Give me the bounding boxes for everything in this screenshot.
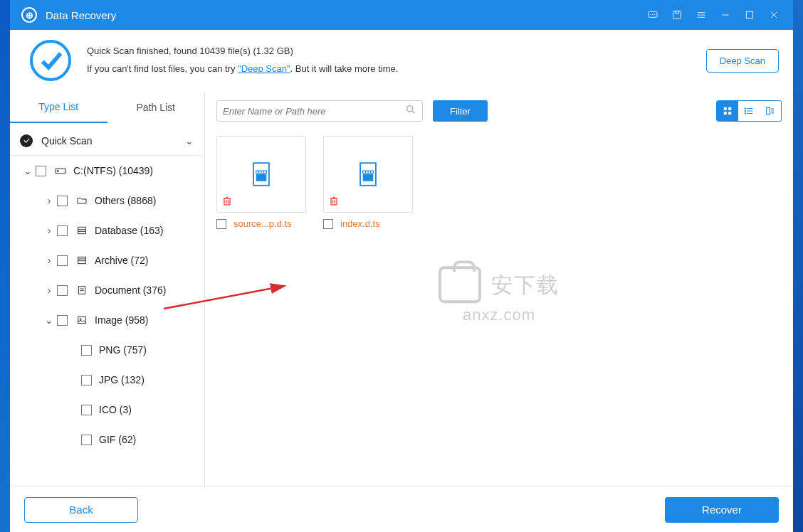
tab-type-list[interactable]: Type List: [10, 92, 107, 123]
svg-rect-15: [78, 227, 86, 233]
content-toolbar: Filter: [216, 100, 782, 122]
svg-rect-30: [724, 112, 727, 115]
grid-view-button[interactable]: [717, 101, 738, 121]
svg-point-37: [745, 113, 745, 114]
file-name: source...p.d.ts: [233, 218, 292, 229]
checkbox[interactable]: [36, 166, 46, 176]
svg-point-2: [653, 14, 654, 15]
back-button[interactable]: Back: [24, 497, 138, 523]
svg-rect-48: [224, 198, 230, 205]
tree-item-document[interactable]: › Document (376): [10, 275, 204, 305]
deep-scan-link[interactable]: "Deep Scan": [238, 63, 290, 74]
tree-drive[interactable]: ⌄ C:(NTFS) (10439): [10, 156, 204, 186]
search-input[interactable]: [223, 106, 405, 117]
close-button[interactable]: [762, 0, 786, 30]
checkbox[interactable]: [81, 375, 92, 385]
svg-rect-29: [728, 107, 731, 110]
svg-point-3: [654, 14, 655, 15]
file-grid: source...p.d.ts index.d.ts: [216, 136, 782, 229]
chevron-down-icon[interactable]: ⌄: [182, 135, 197, 147]
scan-status-banner: Quick Scan finished, found 10439 file(s)…: [10, 30, 793, 92]
menu-icon[interactable]: [689, 0, 713, 30]
feedback-icon[interactable]: [641, 0, 665, 30]
maximize-button[interactable]: [738, 0, 762, 30]
folder-icon: [75, 193, 89, 208]
checkbox[interactable]: [57, 315, 68, 326]
detail-view-button[interactable]: [760, 101, 781, 121]
svg-line-27: [412, 111, 414, 113]
tree-root[interactable]: Quick Scan ⌄: [10, 126, 204, 156]
file-item[interactable]: index.d.ts: [323, 136, 416, 229]
tree-item-ico[interactable]: ICO (3): [10, 395, 204, 425]
svg-point-1: [651, 14, 651, 15]
image-icon: [75, 313, 89, 327]
search-icon[interactable]: [405, 104, 416, 118]
svg-point-36: [745, 110, 745, 111]
file-item[interactable]: source...p.d.ts: [216, 136, 309, 229]
title-bar: ⊕ Data Recovery: [10, 0, 793, 30]
checkbox[interactable]: [81, 405, 92, 415]
footer: Back Recover: [10, 486, 793, 532]
checkbox[interactable]: [57, 255, 68, 266]
tab-path-list[interactable]: Path List: [107, 92, 205, 123]
minimize-button[interactable]: [713, 0, 738, 30]
checkbox[interactable]: [57, 285, 68, 296]
banner-line1: Quick Scan finished, found 10439 file(s)…: [87, 43, 706, 60]
trash-icon: [328, 195, 342, 209]
app-title: Data Recovery: [46, 9, 641, 21]
chevron-right-icon[interactable]: ›: [41, 195, 57, 206]
tree-item-archive[interactable]: › Archive (72): [10, 245, 204, 275]
svg-rect-43: [256, 174, 267, 181]
tree-item-jpg[interactable]: JPG (132): [10, 365, 204, 395]
app-window: ⊕ Data Recovery Quick Scan finished, fou…: [10, 0, 793, 532]
svg-point-35: [745, 108, 745, 109]
banner-message: Quick Scan finished, found 10439 file(s)…: [87, 43, 706, 78]
trash-icon: [221, 195, 236, 209]
list-view-button[interactable]: [738, 101, 760, 121]
checkbox[interactable]: [323, 219, 333, 229]
sidebar: Type List Path List Quick Scan ⌄ ⌄ C:(NT…: [10, 92, 205, 486]
deep-scan-button[interactable]: Deep Scan: [706, 49, 779, 73]
sidebar-tabs: Type List Path List: [10, 92, 204, 123]
checkbox[interactable]: [57, 196, 68, 206]
svg-rect-31: [728, 112, 731, 115]
chevron-right-icon[interactable]: ›: [41, 225, 57, 236]
save-icon[interactable]: [665, 0, 689, 30]
tree-item-image[interactable]: ⌄ Image (958): [10, 305, 204, 335]
database-icon: [75, 223, 89, 238]
tree-item-gif[interactable]: GIF (62): [10, 425, 204, 454]
file-thumbnail[interactable]: [216, 136, 306, 213]
tree-item-png[interactable]: PNG (757): [10, 335, 204, 365]
banner-line2: If you can't find lost files, you can tr…: [87, 60, 706, 78]
svg-point-14: [58, 171, 59, 172]
svg-point-26: [407, 106, 413, 112]
tree-item-others[interactable]: › Others (8868): [10, 186, 204, 216]
search-box[interactable]: [216, 100, 423, 122]
svg-rect-21: [78, 287, 85, 294]
chevron-down-icon[interactable]: ⌄: [20, 165, 36, 176]
filter-button[interactable]: Filter: [433, 100, 488, 122]
svg-rect-24: [78, 316, 86, 323]
checkbox[interactable]: [81, 435, 92, 445]
svg-rect-10: [746, 11, 752, 18]
recover-button[interactable]: Recover: [665, 497, 779, 523]
archive-icon: [75, 253, 89, 267]
chevron-right-icon[interactable]: ›: [41, 255, 57, 266]
checkbox[interactable]: [81, 345, 92, 356]
video-file-icon: [251, 162, 272, 186]
svg-rect-54: [363, 174, 374, 181]
checkbox[interactable]: [57, 225, 68, 236]
chevron-down-icon[interactable]: ⌄: [41, 314, 57, 326]
svg-rect-5: [675, 11, 678, 14]
view-switch: [716, 100, 782, 122]
chevron-right-icon[interactable]: ›: [41, 284, 57, 296]
file-thumbnail[interactable]: [323, 136, 413, 213]
svg-rect-38: [767, 107, 770, 114]
tree-item-database[interactable]: › Database (163): [10, 216, 204, 245]
svg-rect-28: [724, 107, 727, 110]
watermark: 安下载 anxz.com: [439, 266, 560, 324]
check-badge-icon: [20, 134, 33, 147]
svg-rect-4: [673, 11, 681, 19]
content-pane: Filter source...p.d.ts: [205, 92, 793, 486]
checkbox[interactable]: [216, 219, 226, 229]
